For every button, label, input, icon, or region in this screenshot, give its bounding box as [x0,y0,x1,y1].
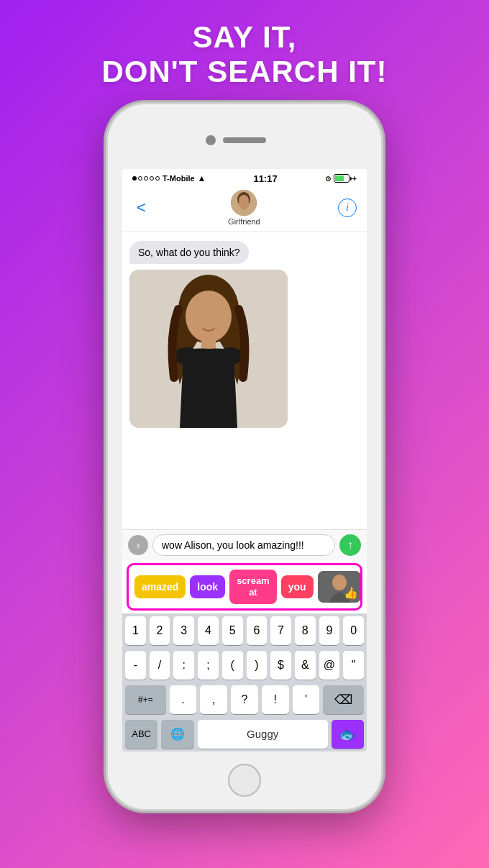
key-question[interactable]: ? [231,685,258,714]
suggestion-you[interactable]: you [281,575,314,599]
carrier-label: T-Mobile [163,174,195,183]
key-space-guggy[interactable]: Guggy [198,720,328,749]
keyboard-row-symbols1: - / : ; ( ) $ & @ " [122,648,367,682]
keyboard: 1 2 3 4 5 6 7 8 9 0 - / : ; ( ) $ & [122,613,367,751]
chat-area: So, what do you think? [122,232,367,530]
suggestion-bar: amazed look screamat you 👍 [127,563,362,610]
phone-camera-area [206,135,283,145]
headline-line2: DON'T SEARCH IT! [102,55,388,89]
key-7[interactable]: 7 [270,616,291,645]
back-button[interactable]: < [132,197,150,219]
key-exclamation[interactable]: ! [262,685,289,714]
keyboard-row-bottom: ABC 🌐 Guggy 🐟 [122,717,367,751]
key-8[interactable]: 8 [295,616,316,645]
info-button[interactable]: i [338,198,357,217]
headline-line1: SAY IT, [102,20,388,55]
phone-screen: T-Mobile ▲ 11:17 ⊙ + < [122,169,367,751]
key-more-symbols[interactable]: #+= [125,685,166,714]
avatar [231,190,257,216]
key-emoji[interactable]: 🐟 [332,720,364,749]
clock: 11:17 [253,173,277,184]
keyboard-row-numbers: 1 2 3 4 5 6 7 8 9 0 [122,613,367,648]
status-bar: T-Mobile ▲ 11:17 ⊙ + [122,169,367,187]
headline: SAY IT, DON'T SEARCH IT! [102,20,388,90]
received-message: So, what do you think? [129,241,249,264]
signal-dot-4 [150,176,154,181]
battery-icon [334,174,349,183]
key-colon[interactable]: : [173,651,194,680]
key-globe[interactable]: 🌐 [161,720,193,749]
signal-dot-2 [138,176,142,181]
phone-top-bezel [108,104,381,169]
key-slash[interactable]: / [150,651,170,680]
signal-dot-3 [144,176,148,181]
key-2[interactable]: 2 [150,616,170,645]
key-apostrophe[interactable]: ' [293,685,320,714]
key-1[interactable]: 1 [125,616,146,645]
phone-shell: T-Mobile ▲ 11:17 ⊙ + < [108,104,381,809]
battery-plus: + [352,174,357,183]
wifi-icon: ▲ [198,173,206,183]
battery-fill [335,175,344,181]
key-3[interactable]: 3 [173,616,194,645]
key-6[interactable]: 6 [247,616,268,645]
screen-rotation-icon: ⊙ [325,175,331,183]
keyboard-row-symbols2: #+= . , ? ! ' ⌫ [122,682,367,717]
key-delete[interactable]: ⌫ [323,685,364,714]
key-comma[interactable]: , [200,685,227,714]
compose-text: wow Alison, you look amazing!!! [162,539,304,551]
nav-bar: < Girlfriend i [122,187,367,232]
key-9[interactable]: 9 [319,616,340,645]
key-quote[interactable]: " [343,651,364,680]
key-0[interactable]: 0 [343,616,364,645]
key-close-paren[interactable]: ) [247,651,268,680]
signal-dot-5 [155,176,160,181]
suggestion-scream-at[interactable]: screamat [229,570,277,603]
status-right: ⊙ + [325,174,357,183]
key-4[interactable]: 4 [198,616,219,645]
compose-bar: › wow Alison, you look amazing!!! ↑ [122,529,367,560]
svg-point-10 [217,347,243,365]
svg-point-9 [174,347,200,365]
key-at[interactable]: @ [319,651,340,680]
compose-input[interactable]: wow Alison, you look amazing!!! [152,534,335,556]
received-image [129,270,288,428]
signal-dots [132,176,160,181]
home-button[interactable] [228,764,261,797]
svg-point-7 [186,291,232,342]
send-button[interactable]: ↑ [339,534,361,556]
key-abc[interactable]: ABC [125,720,157,749]
front-camera-icon [206,135,216,145]
key-open-paren[interactable]: ( [222,651,243,680]
key-dash[interactable]: - [125,651,146,680]
suggestion-look[interactable]: look [190,575,225,599]
contact-name: Girlfriend [228,217,260,226]
signal-dot-1 [132,176,137,181]
key-dollar[interactable]: $ [270,651,291,680]
expand-button[interactable]: › [128,535,148,555]
status-left: T-Mobile ▲ [132,173,206,183]
phone-speaker [223,137,266,143]
suggestion-image[interactable]: 👍 [318,571,361,603]
svg-text:👍: 👍 [344,586,358,600]
phone-bottom-bezel [108,751,381,809]
nav-center: Girlfriend [228,190,260,226]
suggestion-amazed[interactable]: amazed [134,575,186,599]
key-5[interactable]: 5 [222,616,243,645]
key-ampersand[interactable]: & [295,651,316,680]
key-period[interactable]: . [170,685,197,714]
key-semicolon[interactable]: ; [198,651,219,680]
